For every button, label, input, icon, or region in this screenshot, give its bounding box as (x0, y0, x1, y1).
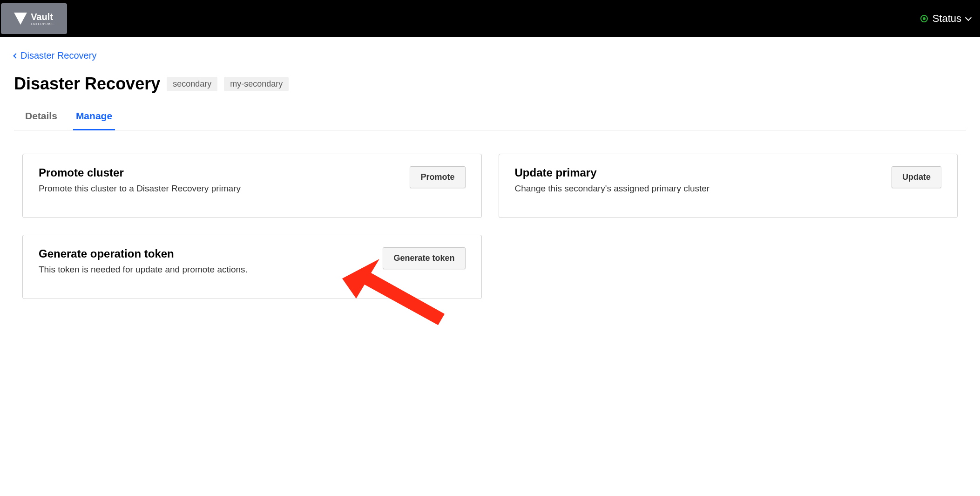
title-row: Disaster Recovery secondary my-secondary (14, 74, 966, 94)
promote-button[interactable]: Promote (410, 166, 465, 188)
card-title: Update primary (515, 166, 882, 179)
status-label: Status (933, 13, 961, 25)
breadcrumb-link[interactable]: Disaster Recovery (20, 50, 96, 61)
topbar: Vault ENTERPRISE Status (0, 0, 980, 37)
logo[interactable]: Vault ENTERPRISE (1, 3, 67, 34)
card-title: Generate operation token (39, 247, 373, 260)
tab-manage[interactable]: Manage (73, 107, 115, 130)
status-indicator-icon (920, 15, 928, 22)
promote-cluster-card: Promote cluster Promote this cluster to … (22, 154, 482, 218)
update-button[interactable]: Update (892, 166, 941, 188)
card-title: Promote cluster (39, 166, 400, 179)
name-badge: my-secondary (224, 77, 289, 91)
tabs: Details Manage (14, 107, 966, 130)
breadcrumb: Disaster Recovery (14, 50, 966, 61)
card-description: Change this secondary's assigned primary… (515, 182, 882, 195)
generate-token-button[interactable]: Generate token (383, 247, 465, 269)
logo-text: Vault ENTERPRISE (31, 12, 54, 26)
cards-grid: Promote cluster Promote this cluster to … (14, 130, 966, 299)
card-description: This token is needed for update and prom… (39, 263, 373, 276)
chevron-down-icon (965, 14, 972, 21)
page-title: Disaster Recovery (14, 74, 160, 94)
vault-logo-icon (14, 13, 27, 25)
logo-sub: ENTERPRISE (31, 22, 54, 26)
update-primary-card: Update primary Change this secondary's a… (499, 154, 958, 218)
chevron-left-icon (13, 53, 18, 58)
card-text: Update primary Change this secondary's a… (515, 166, 882, 195)
status-dropdown[interactable]: Status (920, 13, 971, 25)
tab-details[interactable]: Details (22, 107, 60, 130)
generate-token-card: Generate operation token This token is n… (22, 235, 482, 299)
logo-main: Vault (31, 12, 54, 21)
card-text: Promote cluster Promote this cluster to … (39, 166, 400, 195)
content: Disaster Recovery Disaster Recovery seco… (0, 37, 980, 312)
card-text: Generate operation token This token is n… (39, 247, 373, 276)
role-badge: secondary (167, 77, 217, 91)
card-description: Promote this cluster to a Disaster Recov… (39, 182, 400, 195)
